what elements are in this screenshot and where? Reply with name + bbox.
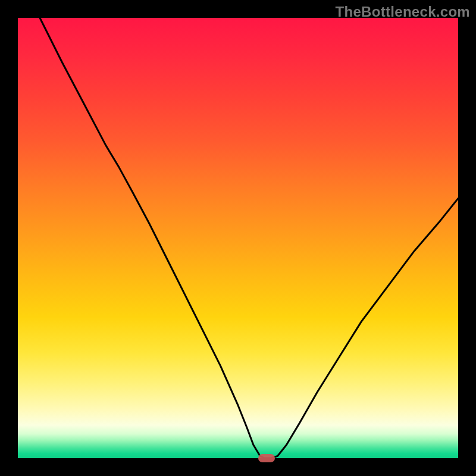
optimal-point-marker bbox=[258, 454, 275, 462]
bottleneck-curve bbox=[40, 18, 458, 458]
chart-stage: TheBottleneck.com bbox=[0, 0, 476, 476]
plot-area bbox=[18, 18, 458, 458]
curve-layer bbox=[18, 18, 458, 458]
